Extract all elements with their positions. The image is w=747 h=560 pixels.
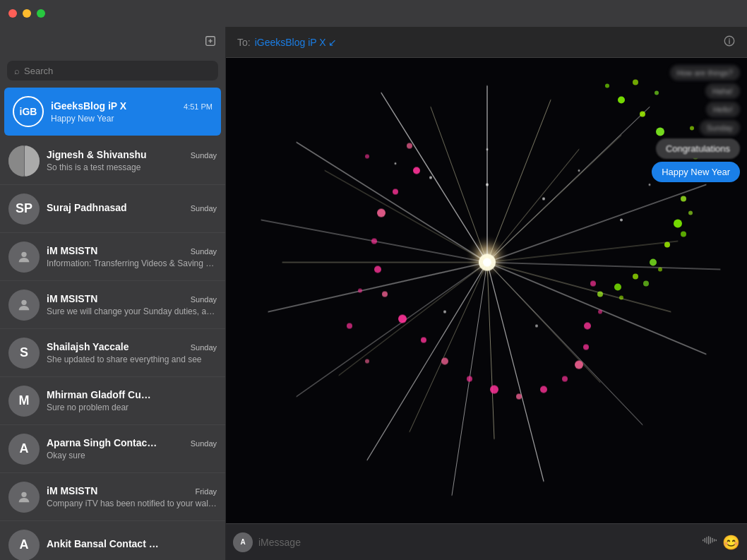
svg-point-59	[365, 359, 369, 364]
avatar	[8, 290, 40, 321]
svg-point-91	[535, 325, 538, 328]
svg-point-86	[542, 198, 545, 201]
sidebar-header	[0, 27, 225, 58]
conv-name: Mhirman Gladoff Cummu...	[47, 389, 160, 400]
svg-point-89	[395, 162, 397, 165]
chat-area: To: iGeeksBlog iP X ↙	[226, 27, 747, 560]
conv-time: 4:51 PM	[184, 102, 213, 111]
conv-info: iM MSISTN Sunday Information: Transferri…	[47, 245, 217, 268]
svg-point-49	[516, 394, 522, 400]
svg-point-73	[597, 292, 603, 297]
svg-point-87	[578, 169, 580, 172]
conversation-item[interactable]: A Ankit Bansal Contact Writer	[0, 521, 225, 560]
conversation-item[interactable]: M Mhirman Gladoff Cummu... Sure no probl…	[0, 377, 225, 425]
conv-time: Friday	[195, 487, 217, 496]
main-container: ⌕ iGB iGeeksBlog iP X 4:51 PM Happy New …	[0, 27, 747, 560]
conv-preview: So this is a test message	[47, 162, 217, 172]
svg-point-4	[21, 299, 26, 304]
svg-point-52	[575, 361, 583, 369]
message-bubble: How are things?	[670, 65, 741, 81]
message-bubble: Haha!	[705, 83, 740, 99]
conversation-item[interactable]: iM MSISTN Sunday Sure we will change you…	[0, 281, 225, 329]
svg-point-42	[374, 266, 381, 273]
svg-point-55	[365, 155, 369, 159]
conv-info: Aparna Singh Contact N... Sunday Okay su…	[47, 437, 217, 460]
compose-button[interactable]	[204, 35, 217, 51]
conv-preview: Happy New Year	[51, 114, 213, 124]
fireworks-background: How are things? Haha! Hello! Sunday Cong…	[226, 58, 747, 523]
message-input[interactable]	[258, 537, 697, 548]
conversation-item[interactable]: iGB iGeeksBlog iP X 4:51 PM Happy New Ye…	[4, 88, 221, 136]
conversation-item[interactable]: iM MSISTN Friday Company iTV has been no…	[0, 473, 225, 521]
conversation-list: iGB iGeeksBlog iP X 4:51 PM Happy New Ye…	[0, 86, 225, 560]
svg-point-79	[688, 211, 693, 215]
svg-point-71	[633, 274, 638, 280]
emoji-button[interactable]: 😊	[722, 534, 740, 551]
conv-time: Sunday	[191, 295, 217, 304]
svg-point-60	[598, 310, 602, 314]
svg-point-48	[490, 386, 498, 394]
svg-point-80	[681, 232, 686, 237]
conv-name: Jignesh & Shivanshu	[47, 149, 147, 160]
avatar: M	[8, 386, 40, 417]
chat-header: To: iGeeksBlog iP X ↙	[226, 27, 747, 58]
conv-preview: Sure no problem dear	[47, 403, 217, 412]
conv-name: Aparna Singh Contact N...	[47, 437, 160, 448]
conversation-item[interactable]: SP Suraj Padhnasad Sunday	[0, 185, 225, 233]
search-input[interactable]	[24, 66, 211, 76]
message-bubble: Sunday	[700, 120, 740, 136]
avatar	[8, 242, 40, 273]
conversation-item[interactable]: A Aparna Singh Contact N... Sunday Okay …	[0, 425, 225, 473]
conv-info: Jignesh & Shivanshu Sunday So this is a …	[47, 149, 217, 172]
svg-point-47	[467, 376, 472, 382]
title-bar	[0, 0, 747, 27]
svg-point-46	[441, 358, 448, 365]
conv-name: iM MSISTN	[47, 485, 97, 496]
avatar	[8, 482, 40, 513]
search-icon: ⌕	[14, 66, 20, 76]
svg-rect-100	[710, 537, 711, 543]
svg-point-39	[393, 189, 398, 195]
svg-point-83	[619, 296, 623, 300]
audio-button[interactable]	[703, 535, 717, 549]
conv-info: iM MSISTN Sunday Sure we will change you…	[47, 293, 217, 316]
svg-point-38	[413, 167, 420, 174]
conv-preview: Company iTV has been notified to your wa…	[47, 499, 217, 508]
close-button[interactable]	[8, 9, 17, 18]
svg-point-3	[21, 251, 26, 256]
svg-point-45	[421, 338, 426, 343]
conv-time: Sunday	[191, 439, 217, 448]
avatar: A	[8, 530, 40, 561]
svg-point-75	[633, 80, 638, 85]
avatar	[8, 145, 40, 177]
avatar: A	[8, 434, 40, 465]
conv-info: Mhirman Gladoff Cummu... Sure no problem…	[47, 389, 217, 412]
minimize-button[interactable]	[23, 9, 31, 18]
svg-point-81	[658, 268, 662, 272]
conversation-item[interactable]: S Shailajsh Yaccale Sunday She updated t…	[0, 329, 225, 377]
conversation-item[interactable]: Jignesh & Shivanshu Sunday So this is a …	[0, 137, 225, 185]
svg-rect-96	[703, 540, 703, 542]
conversation-item[interactable]: iM MSISTN Sunday Information: Transferri…	[0, 233, 225, 281]
info-button[interactable]	[723, 35, 736, 50]
svg-rect-101	[712, 538, 712, 543]
message-bubble: Congratulations	[656, 138, 740, 159]
svg-point-70	[650, 259, 657, 266]
svg-point-69	[664, 242, 670, 248]
svg-point-43	[382, 292, 388, 297]
maximize-button[interactable]	[37, 9, 45, 18]
svg-point-74	[605, 84, 609, 88]
svg-point-5	[21, 492, 26, 496]
svg-rect-99	[708, 536, 709, 544]
conv-time: Sunday	[191, 151, 217, 160]
window-controls	[8, 9, 45, 18]
svg-rect-97	[705, 538, 705, 543]
svg-point-82	[643, 281, 649, 287]
svg-point-68	[674, 220, 682, 228]
messages-overlay: How are things? Haha! Hello! Sunday Cong…	[652, 65, 740, 182]
svg-rect-102	[714, 539, 715, 542]
conv-name: Shailajsh Yaccale	[47, 341, 129, 352]
svg-point-62	[618, 97, 625, 104]
conv-name: iM MSISTN	[47, 293, 97, 304]
avatar: iGB	[13, 96, 44, 127]
